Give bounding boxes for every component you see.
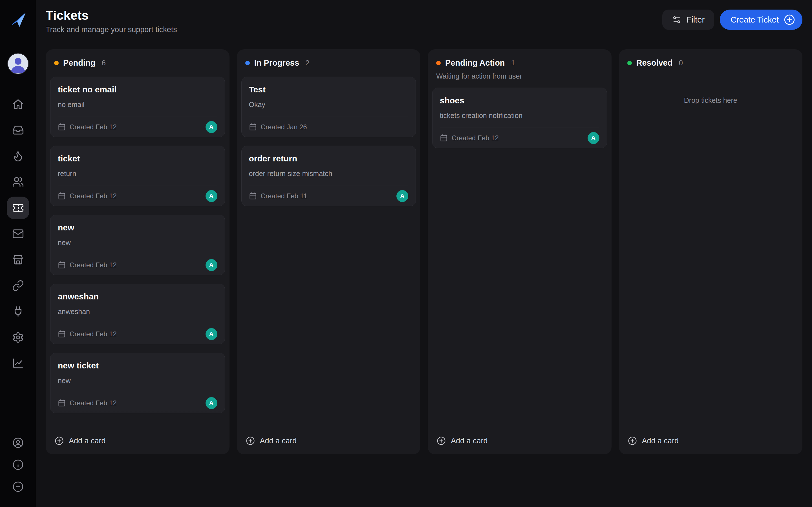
card-list: ticket no email no email Created Feb 12 … <box>46 69 230 430</box>
card-description: order return size mismatch <box>249 170 409 178</box>
calendar-icon <box>440 134 448 142</box>
sidebar-item-home[interactable] <box>7 93 29 115</box>
plus-circle-icon <box>55 436 64 445</box>
card-created: Created Feb 11 <box>249 192 307 200</box>
column-title: In Progress <box>254 58 299 68</box>
calendar-icon <box>58 261 66 269</box>
card-created: Created Jan 26 <box>249 123 307 131</box>
create-ticket-label: Create Ticket <box>730 15 779 24</box>
add-card-button[interactable]: Add a card <box>428 430 612 454</box>
filter-button-label: Filter <box>687 15 705 24</box>
filter-button[interactable]: Filter <box>662 10 714 30</box>
column-status-dot <box>627 61 632 65</box>
add-card-button[interactable]: Add a card <box>46 430 230 454</box>
column-subtitle: Waiting for action from user <box>428 69 612 80</box>
kanban-column: Resolved 0 Drop tickets here Add a card <box>619 49 803 454</box>
card-footer: Created Feb 12 A <box>58 324 217 344</box>
ticket-card[interactable]: Test Okay Created Jan 26 <box>241 76 416 137</box>
plus-circle-icon <box>628 436 637 445</box>
sidebar-item-link[interactable] <box>7 274 29 297</box>
header-actions: Filter Create Ticket <box>662 10 802 30</box>
card-created-date: Created Feb 11 <box>261 192 307 200</box>
add-card-label: Add a card <box>451 437 488 445</box>
calendar-icon <box>249 123 257 131</box>
card-description: anweshan <box>58 307 217 316</box>
sidebar-item-minus-circle[interactable] <box>10 479 26 495</box>
kanban-column: In Progress 2 Test Okay Created Jan 26 o… <box>237 49 421 454</box>
user-avatar[interactable] <box>7 53 29 74</box>
flame-icon <box>12 150 24 162</box>
board: Pending 6 ticket no email no email Creat… <box>46 49 802 454</box>
assignee-avatar: A <box>396 190 408 202</box>
sidebar-item-mail[interactable] <box>7 223 29 245</box>
card-footer: Created Feb 12 A <box>58 255 217 275</box>
card-created-date: Created Feb 12 <box>70 330 117 338</box>
create-ticket-button[interactable]: Create Ticket <box>720 10 802 30</box>
ticket-card[interactable]: anweshan anweshan Created Feb 12 A <box>50 284 225 344</box>
person-avatar-icon <box>8 54 28 74</box>
ticket-card[interactable]: order return order return size mismatch … <box>241 146 416 206</box>
sidebar-item-chart[interactable] <box>7 352 29 375</box>
assignee-avatar: A <box>206 121 217 133</box>
card-created: Created Feb 12 <box>58 330 117 338</box>
sidebar-item-flame[interactable] <box>7 145 29 167</box>
plug-icon <box>12 305 24 318</box>
column-title: Resolved <box>637 58 673 68</box>
ticket-card[interactable]: ticket return Created Feb 12 A <box>50 146 225 206</box>
card-title: order return <box>249 154 409 163</box>
assignee-avatar: A <box>588 132 599 144</box>
column-status-dot <box>54 61 59 65</box>
card-title: new <box>58 223 217 232</box>
app-logo[interactable] <box>9 10 28 29</box>
column-header: Resolved 0 <box>619 49 803 69</box>
ticket-card[interactable]: new ticket new Created Feb 12 A <box>50 353 225 413</box>
card-description: new <box>58 377 217 385</box>
kanban-column: Pending 6 ticket no email no email Creat… <box>46 49 230 454</box>
card-footer: Created Feb 11 A <box>249 186 409 206</box>
plus-circle-icon <box>784 14 795 25</box>
settings-icon <box>12 332 24 343</box>
plus-circle-icon <box>437 436 446 445</box>
card-list: Drop tickets here <box>619 69 803 430</box>
ticket-card[interactable]: ticket no email no email Created Feb 12 … <box>50 76 225 137</box>
sidebar-nav <box>7 93 29 375</box>
card-created-date: Created Feb 12 <box>70 192 117 200</box>
card-footer: Created Jan 26 <box>249 117 409 137</box>
column-status-dot <box>245 61 250 65</box>
card-created-date: Created Feb 12 <box>70 399 117 407</box>
add-card-button[interactable]: Add a card <box>619 430 803 454</box>
calendar-icon <box>58 330 66 338</box>
card-footer: Created Feb 12 A <box>58 393 217 413</box>
card-footer: Created Feb 12 A <box>58 117 217 137</box>
add-card-label: Add a card <box>69 437 106 445</box>
card-title: new ticket <box>58 361 217 371</box>
sidebar-item-ticket[interactable] <box>7 196 29 219</box>
ticket-card[interactable]: new new Created Feb 12 A <box>50 215 225 275</box>
sidebar-item-info-circle[interactable] <box>10 457 26 473</box>
add-card-button[interactable]: Add a card <box>237 430 421 454</box>
sidebar-item-store[interactable] <box>7 248 29 271</box>
sidebar-item-users[interactable] <box>7 171 29 193</box>
card-title: Test <box>249 85 409 94</box>
card-description: return <box>58 170 217 178</box>
card-created-date: Created Feb 12 <box>70 123 117 131</box>
sidebar-item-user-circle[interactable] <box>10 435 26 451</box>
column-header: Pending 6 <box>46 49 230 69</box>
add-card-label: Add a card <box>642 437 679 445</box>
card-title: ticket no email <box>58 85 217 94</box>
calendar-icon <box>58 192 66 200</box>
sidebar-item-plug[interactable] <box>7 300 29 323</box>
page-header: Tickets Track and manage your support ti… <box>46 0 802 34</box>
kanban-column: Pending Action 1 Waiting for action from… <box>428 49 612 454</box>
chart-icon <box>12 357 24 369</box>
ticket-card[interactable]: shoes tickets creation notification Crea… <box>432 88 607 148</box>
sidebar-item-inbox[interactable] <box>7 119 29 142</box>
sidebar-item-settings[interactable] <box>7 326 29 349</box>
column-status-dot <box>436 61 441 65</box>
store-icon <box>12 254 24 266</box>
column-header: Pending Action 1 <box>428 49 612 69</box>
card-description: Okay <box>249 101 409 109</box>
card-created: Created Feb 12 <box>58 192 117 200</box>
add-card-label: Add a card <box>260 437 297 445</box>
card-created: Created Feb 12 <box>58 399 117 407</box>
